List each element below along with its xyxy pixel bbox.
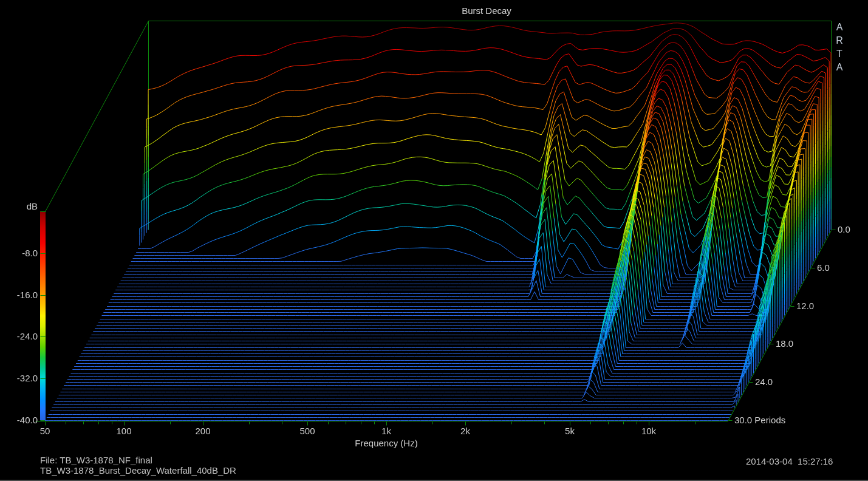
freq-tick-label: 1k xyxy=(368,426,405,436)
period-tick-label: 6.0 xyxy=(817,262,830,273)
freq-tick-label: 200 xyxy=(185,426,221,436)
period-tick-label: 30.0 Periods xyxy=(734,415,785,425)
brand-letter: A xyxy=(833,22,846,35)
brand-letter: T xyxy=(833,49,846,62)
period-tick-label: 18.0 xyxy=(776,338,793,349)
freq-tick-label: 100 xyxy=(106,426,142,436)
db-tick-label: -8.0 xyxy=(0,248,38,258)
freq-axis-title: Frequency (Hz) xyxy=(338,438,435,448)
freq-tick-label: 5k xyxy=(552,426,588,436)
file-name-line: File: TB_W3-1878_NF_final xyxy=(40,455,236,465)
freq-tick-label: 10k xyxy=(630,426,667,436)
db-tick-label: -16.0 xyxy=(0,290,38,300)
db-tick-label: -24.0 xyxy=(0,331,38,341)
db-axis-unit-label: dB xyxy=(0,201,38,211)
brand-letter: A xyxy=(833,62,846,75)
brand-vertical-label: ARTA xyxy=(833,22,846,75)
bottom-divider xyxy=(0,480,868,480)
db-tick-label: -32.0 xyxy=(0,373,38,383)
brand-letter: R xyxy=(833,35,846,49)
freq-tick-label: 2k xyxy=(447,426,484,436)
db-tick-label: -40.0 xyxy=(0,415,38,425)
timestamp: 2014-03-04 15:27:16 xyxy=(746,456,833,466)
footer-file-info: File: TB_W3-1878_NF_final TB_W3-1878_Bur… xyxy=(40,455,236,476)
period-tick-label: 0.0 xyxy=(838,224,850,234)
waterfall-canvas xyxy=(0,0,868,481)
chart-title: Burst Decay xyxy=(462,5,511,16)
period-tick-label: 24.0 xyxy=(755,377,773,387)
arta-waterfall-window: Burst Decay ARTA dB-8.0-16.0-24.0-32.0-4… xyxy=(0,0,868,481)
freq-tick-label: 50 xyxy=(27,426,63,436)
freq-tick-label: 500 xyxy=(289,426,326,436)
measurement-name-line: TB_W3-1878_Burst_Decay_Waterfall_40dB_DR xyxy=(40,465,236,476)
period-tick-label: 12.0 xyxy=(796,301,814,311)
